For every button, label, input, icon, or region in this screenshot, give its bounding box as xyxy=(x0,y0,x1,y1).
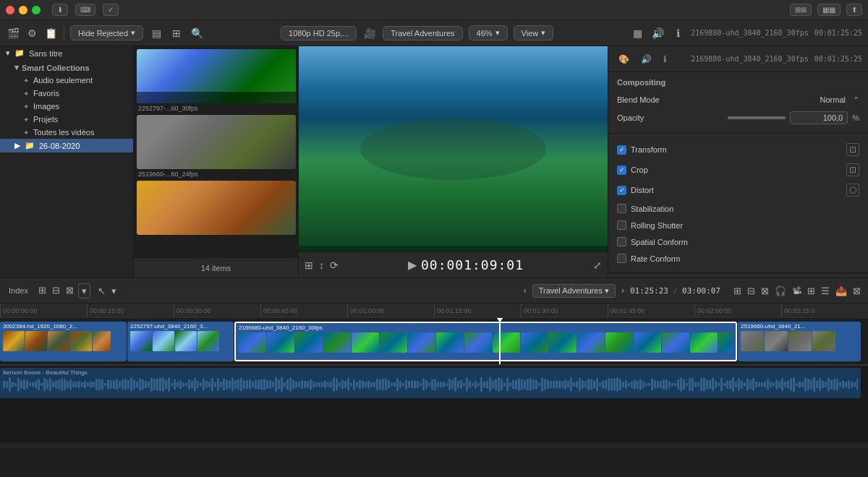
nav-right-btn[interactable]: › xyxy=(621,285,624,296)
media-icon[interactable]: 📋 xyxy=(43,26,58,40)
close-button[interactable] xyxy=(6,6,14,14)
audio-lane-btn[interactable]: ⊠ xyxy=(760,284,770,298)
svg-rect-85 xyxy=(249,379,251,390)
fullscreen-button[interactable] xyxy=(32,6,41,14)
timeline-option-btn[interactable]: ⊠ xyxy=(64,283,75,298)
export-btn[interactable]: 📤 xyxy=(834,284,848,298)
svg-rect-185 xyxy=(538,383,540,387)
spatial-conform-checkbox[interactable] xyxy=(617,237,626,246)
distort-expand-icon[interactable]: ⬡ xyxy=(846,184,859,197)
headphone-btn[interactable]: 🎧 xyxy=(773,284,788,298)
opacity-slider[interactable] xyxy=(728,116,786,119)
clip-list-btn[interactable]: ☰ xyxy=(820,284,831,298)
zoom-btn[interactable]: 46% ▾ xyxy=(469,25,508,40)
share-icon[interactable]: ⬆ xyxy=(846,4,862,16)
svg-rect-278 xyxy=(807,379,809,390)
svg-rect-4 xyxy=(14,383,17,387)
list-view-icon[interactable]: ▦▦ xyxy=(817,4,841,16)
clip-appearance-btn[interactable]: ⊞ xyxy=(37,283,48,298)
audio-icon[interactable]: 🔊 xyxy=(650,26,665,40)
inspector-icon[interactable]: ▦ xyxy=(630,26,644,40)
sidebar-item-audio[interactable]: ✦ Audio seulement xyxy=(0,74,133,87)
rate-conform-label: Rate Conform xyxy=(631,254,680,263)
sidebar-item-projets[interactable]: ✦ Projets xyxy=(0,113,133,126)
smart-collections-section: ▾ Smart Collections xyxy=(0,60,133,74)
audio-clip[interactable]: Benson Boone - Beautiful Things xyxy=(0,368,861,398)
grid-view-icon[interactable]: ⊞⊞ xyxy=(790,4,812,16)
ruler-mark-4: 00:01:00:00 xyxy=(347,304,434,317)
search-icon[interactable]: 🔍 xyxy=(190,26,204,40)
svg-rect-26 xyxy=(78,381,80,388)
appearance-icon[interactable]: ⊞ xyxy=(169,26,184,40)
compositing-section: Compositing Blend Mode Normal ⌃ Opacity … xyxy=(608,72,868,134)
table-row[interactable]: 2252797-uhd_3840_2160_3... xyxy=(127,322,234,361)
photos-icon[interactable]: ⚙ xyxy=(25,26,39,40)
zoom-in-btn[interactable]: ⊞ xyxy=(732,284,743,298)
svg-rect-229 xyxy=(665,379,668,390)
speed-tool-btn[interactable]: ⟳ xyxy=(330,259,339,271)
select-tool-btn[interactable]: ↖ xyxy=(96,284,107,298)
timeline-view-btn[interactable]: ▾ xyxy=(78,283,90,298)
index-label[interactable]: Index xyxy=(6,286,31,295)
sidebar: ▾ 📁 Sans titre ▾ Smart Collections ✦ Aud… xyxy=(0,46,134,278)
svg-rect-24 xyxy=(72,382,75,387)
sidebar-item-images[interactable]: ✦ Images xyxy=(0,100,133,113)
timeline-project-label[interactable]: Travel Adventures ▾ xyxy=(532,284,616,298)
tab-video-inspector[interactable]: 🎨 xyxy=(614,53,634,66)
check-icon[interactable]: ✓ xyxy=(103,4,119,16)
sidebar-item-root[interactable]: ▾ 📁 Sans titre xyxy=(0,46,133,60)
table-row[interactable]: 2519660-uhd_3840_21... xyxy=(738,322,861,361)
nav-left-btn[interactable]: ‹ xyxy=(524,285,527,296)
filter-icon[interactable]: ▤ xyxy=(149,26,163,40)
list-item[interactable]: 2519660-...60_24fps xyxy=(137,115,295,178)
resolution-btn[interactable]: 1080p HD 25p,... xyxy=(281,26,357,40)
transform-tool-btn[interactable]: ↕ xyxy=(319,259,324,271)
library-icon[interactable]: 🎬 xyxy=(6,26,20,40)
svg-rect-137 xyxy=(399,381,401,388)
select-dropdown-btn[interactable]: ▾ xyxy=(110,284,118,298)
project-label[interactable]: Travel Adventures xyxy=(383,26,462,40)
rolling-shutter-checkbox[interactable] xyxy=(617,220,626,230)
svg-rect-186 xyxy=(541,378,543,392)
hide-rejected-btn[interactable]: Hide Rejected ▾ xyxy=(70,25,143,40)
rate-conform-checkbox[interactable] xyxy=(617,254,626,263)
timeline-scrollbar[interactable] xyxy=(0,442,868,448)
table-row[interactable]: 3002384-hd_1920_1080_2... xyxy=(0,322,127,361)
key-icon[interactable]: ⌨ xyxy=(75,4,95,16)
video-scope-btn[interactable]: 📽 xyxy=(791,284,803,298)
timeline-option2-btn[interactable]: ⊠ xyxy=(851,284,862,298)
table-row[interactable]: 2169880-uhd_3840_2160_30fps xyxy=(234,322,737,361)
sidebar-item-folder[interactable]: ▶ 📁 26-08-2020 xyxy=(0,139,133,152)
fullscreen-icon[interactable]: ⤢ xyxy=(593,259,602,271)
view-btn[interactable]: View ▾ xyxy=(514,25,554,40)
crop-tool-btn[interactable]: ⊞ xyxy=(305,259,313,271)
svg-rect-258 xyxy=(749,380,752,389)
tab-info-inspector[interactable]: ℹ xyxy=(659,53,671,66)
play-button[interactable]: ▶ xyxy=(408,258,417,272)
timeline-index-btn[interactable]: ⊟ xyxy=(51,283,61,298)
info-icon[interactable]: ℹ xyxy=(671,26,685,40)
crop-expand-icon[interactable]: ⊡ xyxy=(846,163,859,176)
sidebar-item-toutes-videos[interactable]: ✦ Toutes les vidéos xyxy=(0,126,133,139)
ruler-mark-2: 00:00:30:00 xyxy=(174,304,260,317)
tab-audio-inspector[interactable]: 🔊 xyxy=(637,53,656,66)
svg-rect-21 xyxy=(64,379,66,390)
playhead[interactable] xyxy=(499,318,501,364)
timeline-duration: 03:00:07 xyxy=(682,286,720,296)
svg-rect-169 xyxy=(492,381,494,389)
list-item[interactable] xyxy=(137,181,295,235)
timeline-nav: ‹ Travel Adventures ▾ › 01:25:23 / 03:00… xyxy=(524,284,862,298)
svg-rect-170 xyxy=(495,379,497,390)
svg-rect-34 xyxy=(101,379,103,390)
minimize-button[interactable] xyxy=(19,6,27,14)
timeline-view2-btn[interactable]: ⊞ xyxy=(806,284,817,298)
transform-expand-icon[interactable]: ⊡ xyxy=(846,143,859,156)
stabilization-checkbox[interactable] xyxy=(617,204,626,213)
distort-checkbox[interactable] xyxy=(617,186,626,195)
download-icon[interactable]: ⬇ xyxy=(52,4,68,16)
crop-checkbox[interactable] xyxy=(617,166,626,175)
list-item[interactable]: 2252797-...60_30fps xyxy=(137,49,295,112)
sidebar-item-favoris[interactable]: ✦ Favoris xyxy=(0,87,133,100)
transform-checkbox[interactable] xyxy=(617,145,626,155)
zoom-out-btn[interactable]: ⊟ xyxy=(746,284,757,298)
